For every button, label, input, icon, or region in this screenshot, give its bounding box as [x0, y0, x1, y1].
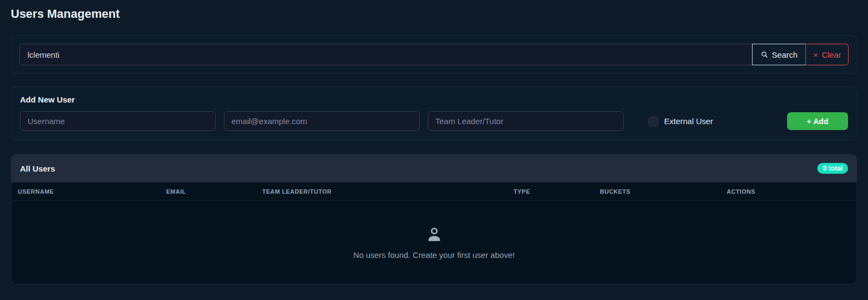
users-management-page: Users Management Search × Clear Add New … — [0, 0, 868, 284]
username-input[interactable] — [20, 111, 216, 131]
column-header-email: Email — [166, 188, 262, 195]
column-header-team-leader: Team Leader/Tutor — [262, 188, 514, 195]
close-icon: × — [813, 51, 818, 59]
users-panel: All Users 0 total Username Email Team Le… — [11, 154, 857, 284]
clear-button[interactable]: × Clear — [805, 44, 849, 65]
team-leader-input[interactable] — [428, 111, 624, 131]
page-title: Users Management — [11, 6, 857, 22]
external-user-label: External User — [664, 117, 713, 126]
add-user-title: Add New User — [20, 96, 848, 104]
external-user-checkbox[interactable] — [648, 117, 658, 126]
user-icon — [425, 226, 443, 244]
add-user-panel: Add New User External User + Add — [11, 86, 857, 140]
users-table-empty-state: No users found. Create your first user a… — [11, 201, 857, 284]
column-header-buckets: Buckets — [600, 188, 727, 195]
add-button[interactable]: + Add — [787, 112, 848, 130]
search-button-label: Search — [772, 50, 798, 59]
users-panel-title: All Users — [20, 164, 55, 173]
column-header-type: Type — [514, 188, 600, 195]
search-icon — [761, 51, 768, 58]
users-panel-header: All Users 0 total — [11, 154, 857, 182]
add-user-form-row: External User + Add — [20, 111, 848, 131]
users-table-header-row: Username Email Team Leader/Tutor Type Bu… — [11, 182, 857, 201]
search-panel: Search × Clear — [11, 35, 857, 74]
empty-message: No users found. Create your first user a… — [353, 250, 515, 260]
search-input[interactable] — [19, 44, 753, 65]
email-input[interactable] — [224, 111, 420, 131]
total-count-badge: 0 total — [817, 163, 848, 174]
clear-button-label: Clear — [822, 50, 841, 59]
column-header-actions: Actions — [727, 188, 850, 195]
search-button[interactable]: Search — [752, 44, 807, 65]
column-header-username: Username — [18, 188, 166, 195]
